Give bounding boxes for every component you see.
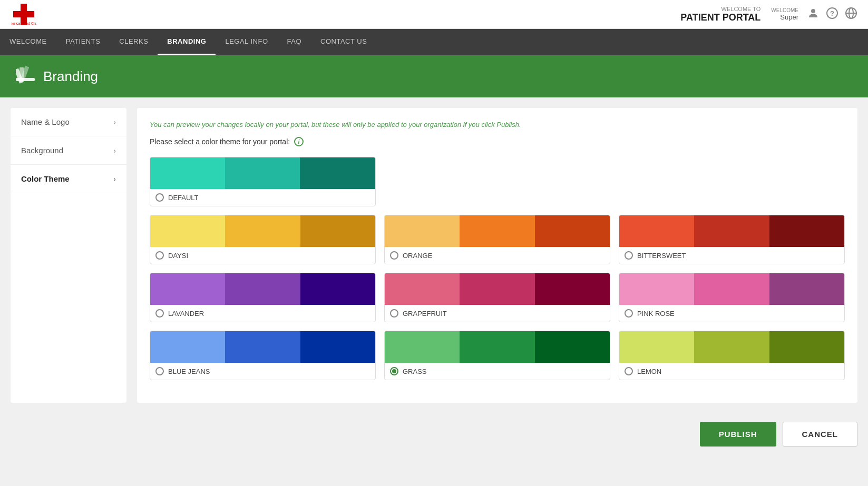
globe-icon[interactable] (845, 7, 857, 22)
svg-rect-12 (16, 78, 35, 81)
user-icon[interactable] (807, 7, 820, 22)
theme-lavander[interactable]: LAVANDER (150, 273, 376, 322)
chevron-icon-name-logo: › (113, 118, 116, 126)
chevron-icon-color-theme: › (113, 175, 116, 183)
theme-orange-radio[interactable] (390, 251, 398, 260)
theme-grapefruit-radio[interactable] (390, 309, 398, 318)
theme-daysi-radio[interactable] (155, 251, 164, 260)
publish-button[interactable]: PUBLISH (700, 422, 776, 447)
main-layout: Name & Logo › Background › Color Theme ›… (0, 97, 868, 413)
page-title: Branding (43, 68, 98, 85)
theme-grass-radio[interactable] (390, 367, 398, 375)
chevron-icon-background: › (113, 146, 116, 155)
theme-blue-jeans[interactable]: BLUE JEANS (150, 331, 376, 380)
nav-item-legal[interactable]: LEGAL INFO (216, 29, 277, 55)
welcome-label: WELCOME TO (680, 6, 760, 12)
cancel-button[interactable]: CANCEL (783, 422, 858, 447)
info-text: You can preview your changes locally on … (150, 121, 845, 128)
theme-lavander-radio[interactable] (155, 309, 164, 318)
info-icon[interactable]: i (294, 137, 304, 146)
theme-default-label: DEFAULT (150, 189, 375, 206)
svg-text:American Red Cross: American Red Cross (11, 22, 36, 25)
sidebar-item-name-logo[interactable]: Name & Logo › (11, 108, 126, 136)
theme-lemon[interactable]: LEMON (619, 331, 845, 380)
theme-default-swatch (150, 157, 375, 189)
theme-orange[interactable]: ORANGE (384, 215, 610, 264)
nav-item-patients[interactable]: PATIENTS (56, 29, 110, 55)
nav-item-welcome[interactable]: WELCOME (0, 29, 56, 55)
sidebar-item-color-theme[interactable]: Color Theme › (11, 165, 126, 193)
theme-lemon-radio[interactable] (625, 367, 633, 375)
red-cross-logo: American Red Cross (11, 1, 37, 27)
theme-blue-jeans-radio[interactable] (155, 367, 164, 375)
nav-item-contact[interactable]: CONTACT US (311, 29, 376, 55)
theme-default-radio[interactable] (155, 193, 164, 202)
bottom-bar: PUBLISH CANCEL (0, 413, 868, 455)
portal-title: PATIENT PORTAL (680, 12, 760, 23)
page-header: Branding (0, 55, 868, 97)
svg-point-3 (811, 9, 815, 13)
theme-grass[interactable]: GRASS (384, 331, 610, 380)
nav-bar: WELCOME PATIENTS CLERKS BRANDING LEGAL I… (0, 29, 868, 55)
theme-pink-rose-radio[interactable] (625, 309, 633, 318)
help-icon[interactable]: ? (826, 7, 838, 22)
content-panel: You can preview your changes locally on … (137, 108, 857, 403)
top-icons: WELCOME Super ? (771, 7, 857, 22)
svg-text:?: ? (830, 9, 834, 17)
theme-pink-rose[interactable]: PINK ROSE (619, 273, 845, 322)
logo-area: American Red Cross (11, 1, 37, 27)
themes-container: DEFAULT DAYSI (150, 157, 845, 380)
sidebar-item-background[interactable]: Background › (11, 136, 126, 165)
theme-bittersweet-radio[interactable] (625, 251, 633, 260)
theme-default[interactable]: DEFAULT (150, 157, 376, 206)
nav-item-branding[interactable]: BRANDING (158, 29, 216, 55)
svg-rect-1 (13, 11, 34, 17)
themes-row-2: DAYSI ORANGE (150, 215, 845, 264)
branding-icon (16, 65, 35, 88)
nav-item-faq[interactable]: FAQ (278, 29, 311, 55)
top-bar: American Red Cross WELCOME TO PATIENT PO… (0, 0, 868, 29)
theme-daysi[interactable]: DAYSI (150, 215, 376, 264)
themes-row-3: LAVANDER GRAPEFRUIT (150, 273, 845, 322)
welcome-area: WELCOME TO PATIENT PORTAL (680, 6, 760, 23)
theme-bittersweet[interactable]: BITTERSWEET (619, 215, 845, 264)
nav-item-clerks[interactable]: CLERKS (110, 29, 158, 55)
themes-row-1: DEFAULT (150, 157, 845, 206)
welcome-user-label: WELCOME (771, 7, 798, 13)
themes-row-4: BLUE JEANS GRASS (150, 331, 845, 380)
theme-grapefruit[interactable]: GRAPEFRUIT (384, 273, 610, 322)
sidebar: Name & Logo › Background › Color Theme › (11, 108, 126, 403)
select-label: Please select a color theme for your por… (150, 137, 845, 146)
user-name: Super (780, 13, 798, 21)
